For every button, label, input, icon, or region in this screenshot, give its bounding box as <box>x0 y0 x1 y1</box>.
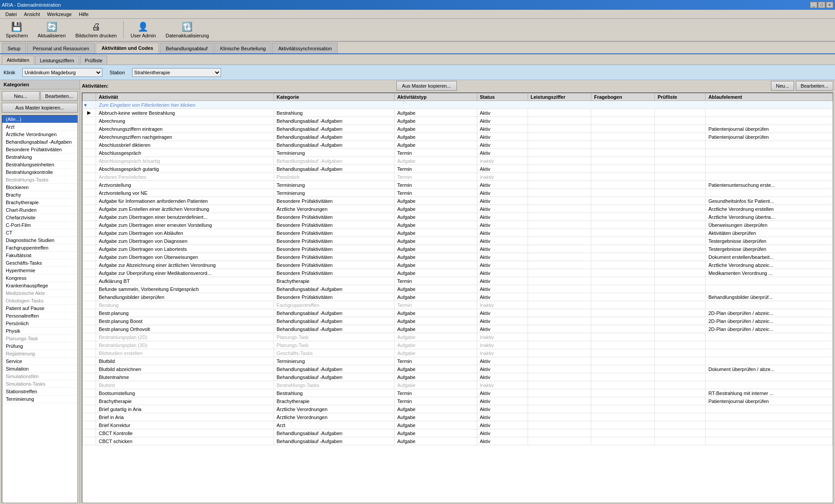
sidebar-item-kongress[interactable]: Kongress <box>2 274 77 282</box>
table-row[interactable]: Abrechnungsziffern eintragenBehandlungsa… <box>83 125 833 133</box>
sidebar-item-fakultaet[interactable]: Fakultätsrat <box>2 252 77 259</box>
sidebar-item-simulations-tasks[interactable]: Simulations-Tasks <box>2 380 77 388</box>
sidebar-item-cport[interactable]: C-Port-Film <box>2 222 77 229</box>
sidebar-item-krankenhaus[interactable]: Krankenhauspflege <box>2 282 77 290</box>
sidebar-item-service[interactable]: Service <box>2 358 77 365</box>
menu-ansicht[interactable]: Ansicht <box>20 11 44 18</box>
table-row[interactable]: BluttestBestrahlungs-TasksAufgabeInaktiv <box>83 381 833 389</box>
sidebar-master-button[interactable]: Aus Master kopieren... <box>2 103 78 113</box>
table-row[interactable]: Bestrahlungsplan (2D)Planungs-TaskAufgab… <box>83 333 833 341</box>
sidebar-item-ct[interactable]: CT <box>2 229 77 237</box>
sidebar-item-besondere[interactable]: Besondere Prüfaktivitäten <box>2 146 77 153</box>
minimize-button[interactable]: _ <box>810 2 817 8</box>
table-row[interactable]: Abrechnungsziffern nachgetragenBehandlun… <box>83 133 833 141</box>
col-frage[interactable]: Fragebogen <box>591 93 655 101</box>
close-button[interactable]: × <box>826 2 833 8</box>
station-select[interactable]: Strahlentherapie <box>132 68 221 77</box>
table-row[interactable]: Aufgabe zum Übertragen von AbläufenBeson… <box>83 229 833 237</box>
datenaktualisierung-button[interactable]: 🔃 Datenaktualisierung <box>161 20 213 40</box>
sidebar-item-arzt[interactable]: Arzt <box>2 123 77 131</box>
table-row[interactable]: ArztvorstellungTerminierungTerminAktivPa… <box>83 181 833 189</box>
sidebar-item-stationstreffen[interactable]: Stationstreffen <box>2 388 77 395</box>
aktualisieren-button[interactable]: 🔄 Aktualisieren <box>34 20 70 40</box>
table-row[interactable]: BootsumstellungBestrahlungTerminAktivRT-… <box>83 389 833 397</box>
table-row[interactable]: Bestr.planung OrthovoltBehandlungsablauf… <box>83 325 833 333</box>
table-row[interactable]: Brief in AriaÄrztliche VerordnungenAufga… <box>83 413 833 421</box>
col-status[interactable]: Status <box>477 93 528 101</box>
sidebar-item-onkologen[interactable]: Onkologen-Tasks <box>2 297 77 305</box>
useradmin-button[interactable]: 👤 User Admin <box>126 20 160 40</box>
tab-personal[interactable]: Personal und Ressourcen <box>27 43 95 53</box>
col-aktivitat[interactable]: Aktivität <box>96 93 274 101</box>
sidebar-item-bestrahlung[interactable]: Bestrahlung <box>2 153 77 161</box>
sidebar-item-physik[interactable]: Physik <box>2 327 77 335</box>
tab-sync[interactable]: Aktivitätssynchronisation <box>272 43 337 53</box>
menu-werkzeuge[interactable]: Werkzeuge <box>44 11 75 18</box>
table-row[interactable]: Blutbild abzeichnenBehandlungsablauf -Au… <box>83 365 833 373</box>
col-prufliste[interactable]: Prüfliste <box>655 93 706 101</box>
sidebar-item-planungs[interactable]: Planungs-Task <box>2 335 77 343</box>
table-row[interactable]: Aufgabe zum Übertragen von DiagnosenBeso… <box>83 237 833 245</box>
activities-master-button[interactable]: Aus Master kopieren... <box>396 81 457 91</box>
sidebar-item-aerztliche[interactable]: Ärztliche Verordnungen <box>2 131 77 138</box>
menu-hilfe[interactable]: Hilfe <box>75 11 92 18</box>
table-row[interactable]: AbrechnungBehandlungsablauf -AufgabenAuf… <box>83 117 833 125</box>
col-ablauf[interactable]: Ablaufelement <box>706 93 833 101</box>
table-row[interactable]: Behandlungsbilder überprüfenBesondere Pr… <box>83 293 833 301</box>
table-row[interactable]: Bildstudien erstellenGeschäfts-TasksAufg… <box>83 349 833 357</box>
filter-input-cell[interactable]: Zum Eingeben von Filterkriterien hier kl… <box>96 101 832 109</box>
table-row[interactable]: ▶Abbruch-keine weitere BestrahlungBestra… <box>83 109 833 117</box>
table-row[interactable]: Abschlussgespräch bösartigBehandlungsabl… <box>83 157 833 165</box>
tab-klinische[interactable]: Klinische Beurteilung <box>214 43 272 53</box>
sidebar-item-medizinische[interactable]: Medizinische Akte <box>2 290 77 297</box>
table-row[interactable]: Befunde sammeln, Vorbereitung Erstgesprä… <box>83 285 833 293</box>
table-row[interactable]: BrachytherapieBrachytherapieTerminAktivP… <box>83 397 833 405</box>
table-row[interactable]: Brief gutartig in AriaÄrztliche Verordnu… <box>83 405 833 413</box>
sidebar-bearbeiten-button[interactable]: Bearbeiten... <box>40 91 78 101</box>
tab-behandlungsablauf[interactable]: Behandlungsablauf <box>160 43 213 53</box>
table-row[interactable]: Aufgabe zur Überprüfung einer Medikation… <box>83 269 833 277</box>
sidebar-item-bestrahlungseinheiten[interactable]: Bestrahlungseinheiten <box>2 161 77 169</box>
sidebar-item-geschaefts[interactable]: Geschäfts-Tasks <box>2 259 77 267</box>
sidebar-item-terminierung[interactable]: Terminierung <box>2 395 77 403</box>
sidebar-item-simulationsfilm[interactable]: Simulationsfilm <box>2 373 77 380</box>
speichern-button[interactable]: 💾 Speichern <box>2 20 32 40</box>
table-row[interactable]: Abschlussgespräch gutartigBehandlungsabl… <box>83 165 833 173</box>
sidebar-item-blockieren[interactable]: Blockieren <box>2 184 77 191</box>
col-typ[interactable]: Aktivitätstyp <box>394 93 477 101</box>
sidebar-item-fachgruppen[interactable]: Fachgruppentreffen <box>2 244 77 252</box>
table-row[interactable]: Abschlussbrief diktierenBehandlungsablau… <box>83 141 833 149</box>
table-row[interactable]: CBCT schickenBehandlungsablauf -Aufgaben… <box>83 437 833 445</box>
drucken-button[interactable]: 🖨 Bildschirm drucken <box>72 20 121 40</box>
table-row[interactable]: Aufgabe zum Übertragen von LabortestsBes… <box>83 245 833 253</box>
table-row[interactable]: Bestrahlungsplan (3D)Planungs-TaskAufgab… <box>83 341 833 349</box>
sidebar-item-chart-runden[interactable]: Chart-Runden <box>2 206 77 214</box>
sidebar-item-pruefung[interactable]: Prüfung <box>2 343 77 350</box>
table-row[interactable]: Aufgabe für Informationen anfordernden P… <box>83 197 833 205</box>
sidebar-neu-button[interactable]: Neu... <box>2 91 40 101</box>
sidebar-item-chefarzt[interactable]: Chefarztvisite <box>2 214 77 222</box>
table-row[interactable]: Aufgabe zum Übertragen von Überweisungen… <box>83 253 833 261</box>
table-row[interactable]: Anderes PersönlichesPersönlichTerminInak… <box>83 173 833 181</box>
table-row[interactable]: Aufgabe zur Abzeichnung einer ärztlichen… <box>83 261 833 269</box>
table-row[interactable]: Aufklärung BTBrachytherapieTerminAktiv <box>83 277 833 285</box>
sub-tab-prufliste[interactable]: Prüfliste <box>80 56 108 65</box>
table-row[interactable]: CBCT KontrolleBehandlungsablauf -Aufgabe… <box>83 429 833 437</box>
col-leistung[interactable]: Leistungsziffer <box>528 93 591 101</box>
sidebar-item-brachytherapie[interactable]: Brachytherapie <box>2 199 77 206</box>
table-row[interactable]: Aufgabe zum Übertragen einer erneuten Vo… <box>83 221 833 229</box>
table-row[interactable]: Arztvorstellung vor NETerminierungTermin… <box>83 189 833 197</box>
maximize-button[interactable]: □ <box>818 2 825 8</box>
sidebar-item-hyperthermie[interactable]: Hyperthermie <box>2 267 77 274</box>
table-row[interactable]: BeratungFachgruppentreffenTerminInaktiv <box>83 301 833 309</box>
table-row[interactable]: Aufgabe zum Übertragen einer benutzerdef… <box>83 213 833 221</box>
activities-neu-button[interactable]: Neu... <box>771 81 794 91</box>
sidebar-item-simulation[interactable]: Simulation <box>2 365 77 373</box>
table-row[interactable]: AbschlussgesprächTerminierungTerminAktiv <box>83 149 833 157</box>
tab-setup[interactable]: Setup <box>2 43 26 53</box>
table-row[interactable]: Brief KorrekturArztAufgabeAktiv <box>83 421 833 429</box>
table-row[interactable]: BlutentnahmeBehandlungsablauf -AufgabenA… <box>83 373 833 381</box>
sidebar-item-personal[interactable]: Personaltreffen <box>2 312 77 320</box>
sidebar-item-persoenlich[interactable]: Persönlich <box>2 320 77 327</box>
table-row[interactable]: Bestr.planungBehandlungsablauf -Aufgaben… <box>83 309 833 317</box>
